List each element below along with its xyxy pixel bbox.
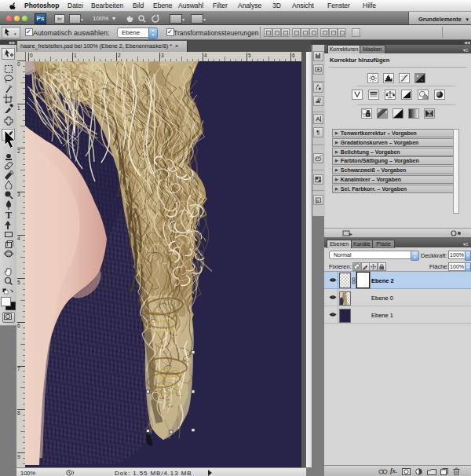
svg-text:fx: fx bbox=[316, 199, 319, 203]
svg-text:¶: ¶ bbox=[316, 129, 319, 136]
svg-text:A: A bbox=[316, 115, 320, 123]
svg-text:T: T bbox=[5, 210, 12, 219]
